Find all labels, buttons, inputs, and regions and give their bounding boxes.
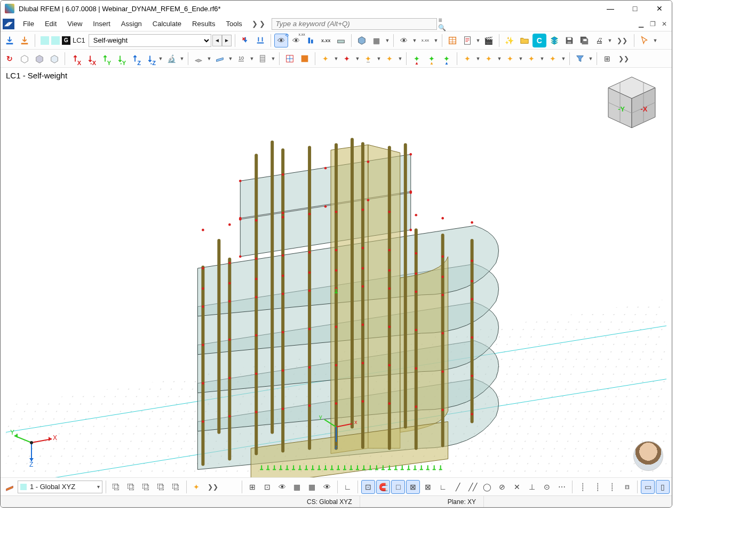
copy-plane-2-button[interactable]: ⿻: [124, 480, 138, 494]
snap-tangent-button[interactable]: ⊘: [495, 480, 509, 494]
show-extreme-button[interactable]: x.xx: [319, 34, 333, 47]
snap-eye-2-button[interactable]: 👁: [320, 480, 334, 494]
release-star-3-button[interactable]: ✦: [503, 52, 517, 66]
snap-square-toggle-button[interactable]: □: [391, 480, 405, 494]
cloud-c-button[interactable]: C: [533, 34, 546, 47]
grid-display-button[interactable]: ⊞: [600, 52, 614, 66]
show-diagram-button[interactable]: [304, 34, 318, 47]
result-values-xxx-button[interactable]: x.xx: [418, 34, 432, 47]
axis-neg-x-button[interactable]: -X: [83, 52, 97, 66]
dropdown-arrow-icon[interactable]: ▼: [158, 56, 163, 61]
surface-render-button[interactable]: [192, 52, 205, 66]
copy-plane-5-button[interactable]: ⿻: [169, 480, 183, 494]
dropdown-arrow-icon[interactable]: ▼: [475, 56, 481, 61]
loadcase-select[interactable]: Self-weight: [89, 34, 211, 47]
snap-grid-4-button[interactable]: ▦: [305, 480, 319, 494]
snap-grid-1-button[interactable]: ⊞: [245, 480, 259, 494]
dropdown-arrow-icon[interactable]: ▼: [206, 56, 212, 61]
isometric-solid-button[interactable]: [355, 34, 369, 47]
save-all-button[interactable]: [577, 34, 591, 47]
release-star-4-button[interactable]: ✦: [525, 52, 538, 66]
support-star-3-button[interactable]: ✦▲: [440, 52, 454, 66]
transparent-view-button[interactable]: [47, 52, 61, 66]
line-star-button[interactable]: ✦─: [361, 52, 375, 66]
save-button[interactable]: [562, 34, 576, 47]
menu-file[interactable]: File: [18, 18, 39, 30]
filter-button[interactable]: [573, 52, 587, 66]
show-sections-button[interactable]: [334, 34, 348, 47]
release-star-1-button[interactable]: ✦: [460, 52, 474, 66]
new-model-button[interactable]: ✨: [503, 34, 516, 47]
workplane-select[interactable]: 1 - Global XYZ ▾: [18, 481, 102, 493]
model-viewport[interactable]: LC1 - Self-weight: [1, 68, 672, 477]
dropdown-arrow-icon[interactable]: ▼: [398, 56, 403, 61]
snap-dots-button[interactable]: ⋯: [555, 480, 569, 494]
snap-parallel-button[interactable]: ╱╱: [466, 480, 480, 494]
axis-y-button[interactable]: Y: [98, 52, 112, 66]
mdi-restore-icon[interactable]: ❐: [647, 19, 658, 29]
dropdown-arrow-icon[interactable]: ▼: [588, 56, 593, 61]
menu-edit[interactable]: Edit: [39, 18, 62, 30]
support-star-1-button[interactable]: ✦▲: [410, 52, 424, 66]
lc-next-button[interactable]: ►: [222, 35, 232, 46]
menu-view[interactable]: View: [62, 18, 88, 30]
dropdown-arrow-icon[interactable]: ▼: [271, 56, 276, 61]
dropdown-arrow-icon[interactable]: ▼: [228, 56, 233, 61]
dropdown-arrow-icon[interactable]: ▼: [412, 38, 417, 43]
dropdown-arrow-icon[interactable]: ▼: [653, 38, 658, 43]
snap-center-button[interactable]: ⊙: [540, 480, 554, 494]
dimension-10-button[interactable]: 10: [234, 52, 248, 66]
load-orange-down-button[interactable]: [18, 34, 31, 47]
surface-fill-button[interactable]: [298, 52, 312, 66]
menu-calculate[interactable]: Calculate: [147, 18, 187, 30]
snap-cross-toggle-button[interactable]: ⊠: [406, 480, 420, 494]
snap-box-button[interactable]: ⊠: [421, 480, 435, 494]
dropdown-arrow-icon[interactable]: ▼: [333, 56, 339, 61]
node-star-button[interactable]: ✦: [319, 52, 332, 66]
user-avatar[interactable]: [633, 441, 663, 471]
toolbar-overflow-icon[interactable]: ❯❯: [614, 37, 631, 44]
plane-star-button[interactable]: ✦: [190, 480, 204, 494]
dropdown-arrow-icon[interactable]: ▼: [355, 56, 360, 61]
mdi-close-icon[interactable]: ✕: [659, 19, 670, 29]
guide-dash-3-button[interactable]: ┊: [605, 480, 619, 494]
load-transfer-button[interactable]: [253, 34, 267, 47]
dropdown-arrow-icon[interactable]: ▼: [561, 56, 566, 61]
show-results-eye-button[interactable]: 👁: [397, 34, 411, 47]
snap-line-button[interactable]: ╱: [451, 480, 465, 494]
node-red-star-button[interactable]: ✦: [340, 52, 354, 66]
copy-plane-3-button[interactable]: ⿻: [139, 480, 153, 494]
dropdown-arrow-icon[interactable]: ▼: [607, 38, 613, 43]
snap-circle-button[interactable]: ◯: [480, 480, 494, 494]
toolbar-overflow-icon[interactable]: ❯❯: [204, 483, 221, 491]
brand-logo-icon[interactable]: ◢◤: [3, 19, 14, 29]
dropdown-arrow-icon[interactable]: ▼: [518, 56, 523, 61]
lc-prev-button[interactable]: ◄: [212, 35, 222, 46]
ortho-toggle-button[interactable]: ∟: [341, 480, 355, 494]
dropdown-arrow-icon[interactable]: ▼: [475, 38, 481, 43]
refresh-view-button[interactable]: ↻: [3, 52, 17, 66]
show-deform-button[interactable]: 👁⟲: [274, 34, 288, 47]
view-vbar-toggle-button[interactable]: ▯: [656, 480, 670, 494]
mdi-minimize-icon[interactable]: ▁: [635, 19, 646, 29]
maximize-button[interactable]: □: [623, 1, 647, 17]
solid-view-button[interactable]: [33, 52, 46, 66]
search-options-icon[interactable]: ≡🔍: [438, 19, 449, 29]
open-folder-button[interactable]: [518, 34, 531, 47]
snap-grid-3-button[interactable]: ▦: [290, 480, 304, 494]
dropdown-arrow-icon[interactable]: ▼: [539, 56, 545, 61]
axis-x-button[interactable]: X: [68, 52, 82, 66]
release-star-2-button[interactable]: ✦: [482, 52, 496, 66]
block-manager-button[interactable]: [547, 34, 561, 47]
zoom-tool-button[interactable]: 🔬: [164, 52, 178, 66]
menu-overflow-icon[interactable]: ❯ ❯: [248, 20, 270, 28]
dropdown-arrow-icon[interactable]: ▼: [433, 38, 439, 43]
navigation-cube[interactable]: -Y -X: [602, 73, 661, 132]
guide-dash-2-button[interactable]: ┊: [591, 480, 605, 494]
dropdown-arrow-icon[interactable]: ▼: [385, 38, 390, 43]
dropdown-arrow-icon[interactable]: ▼: [249, 56, 255, 61]
mesh-color-button[interactable]: [283, 52, 297, 66]
delete-load-button[interactable]: [239, 34, 252, 47]
release-star-5-button[interactable]: ✦: [546, 52, 560, 66]
animate-button[interactable]: 🎬: [482, 34, 496, 47]
